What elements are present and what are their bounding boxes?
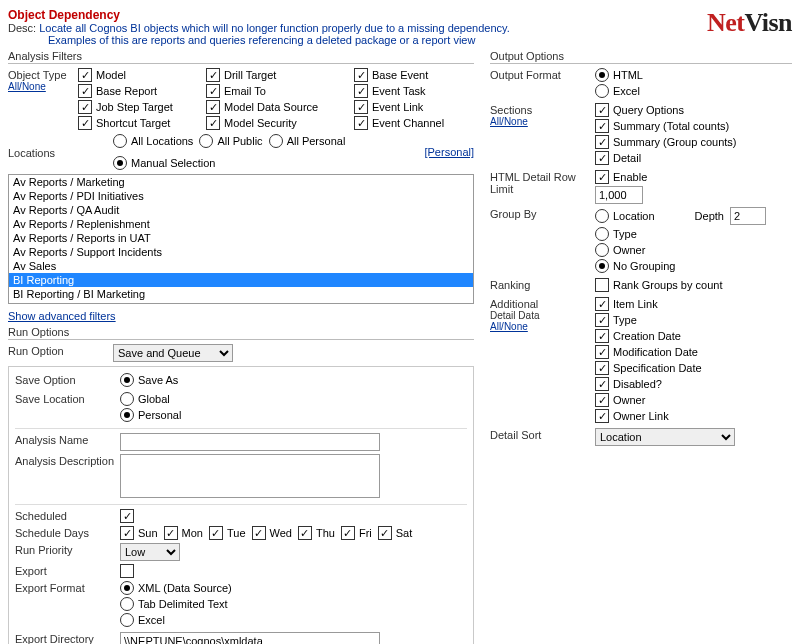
output-excel-text: Excel: [613, 85, 640, 97]
location-list-item[interactable]: Av Reports / PDI Initiatives: [9, 189, 473, 203]
add-detail-checkbox[interactable]: ✓: [595, 361, 609, 375]
object-type-checkbox[interactable]: ✓: [206, 84, 220, 98]
personal-radio[interactable]: [120, 408, 134, 422]
object-type-checkbox[interactable]: ✓: [78, 100, 92, 114]
add-detail-checkbox[interactable]: ✓: [595, 313, 609, 327]
output-excel-radio[interactable]: [595, 84, 609, 98]
object-type-checkbox[interactable]: ✓: [78, 84, 92, 98]
add-detail-checkbox[interactable]: ✓: [595, 297, 609, 311]
location-list-item[interactable]: Av Reports / Reports in UAT: [9, 231, 473, 245]
run-option-select[interactable]: Save and Queue: [113, 344, 233, 362]
group-by-radio[interactable]: [595, 259, 609, 273]
location-list-item[interactable]: BI Reporting: [9, 273, 473, 287]
export-label: Export: [15, 564, 120, 577]
object-type-label: Object Type: [8, 69, 67, 81]
save-option-label: Save Option: [15, 373, 120, 386]
export-checkbox[interactable]: [120, 564, 134, 578]
add-detail-checkbox[interactable]: ✓: [595, 409, 609, 423]
day-checkbox[interactable]: ✓: [120, 526, 134, 540]
location-scope-radio[interactable]: [113, 134, 127, 148]
section-checkbox[interactable]: ✓: [595, 119, 609, 133]
day-checkbox[interactable]: ✓: [164, 526, 178, 540]
add-detail-text: Owner Link: [613, 410, 669, 422]
output-html-radio[interactable]: [595, 68, 609, 82]
location-scope-radio[interactable]: [113, 156, 127, 170]
ranking-text: Rank Groups by count: [613, 279, 722, 291]
row-limit-input[interactable]: [595, 186, 643, 204]
save-as-radio[interactable]: [120, 373, 134, 387]
add-detail-checkbox[interactable]: ✓: [595, 329, 609, 343]
section-checkbox[interactable]: ✓: [595, 103, 609, 117]
scheduled-label: Scheduled: [15, 509, 120, 522]
analysis-name-input[interactable]: [120, 433, 380, 451]
add-detail-checkbox[interactable]: ✓: [595, 345, 609, 359]
group-by-radio[interactable]: [595, 243, 609, 257]
global-radio[interactable]: [120, 392, 134, 406]
analysis-desc-label: Analysis Description: [15, 454, 120, 467]
locations-listbox[interactable]: Av Reports / MarketingAv Reports / PDI I…: [8, 174, 474, 304]
location-list-item[interactable]: BI Reporting / BI Sales: [9, 301, 473, 304]
run-priority-select[interactable]: Low: [120, 543, 180, 561]
run-option-label: Run Option: [8, 344, 113, 357]
location-scope-radio[interactable]: [269, 134, 283, 148]
location-list-item[interactable]: BI Reporting / BI Marketing: [9, 287, 473, 301]
group-by-radio[interactable]: [595, 227, 609, 241]
add-detail-checkbox[interactable]: ✓: [595, 377, 609, 391]
location-list-item[interactable]: Av Reports / Marketing: [9, 175, 473, 189]
scheduled-checkbox[interactable]: ✓: [120, 509, 134, 523]
location-list-item[interactable]: Av Reports / QA Audit: [9, 203, 473, 217]
desc-line-1: Locate all Cognos BI objects which will …: [39, 22, 510, 34]
object-type-checkbox[interactable]: ✓: [354, 116, 368, 130]
day-checkbox[interactable]: ✓: [378, 526, 392, 540]
show-advanced-filters-link[interactable]: Show advanced filters: [8, 310, 116, 322]
desc-line-2: Examples of this are reports and queries…: [8, 34, 510, 46]
day-checkbox[interactable]: ✓: [341, 526, 355, 540]
object-type-text: Shortcut Target: [96, 117, 170, 129]
ranking-checkbox[interactable]: [595, 278, 609, 292]
section-text: Summary (Group counts): [613, 136, 736, 148]
personal-link[interactable]: [Personal]: [424, 146, 474, 158]
location-list-item[interactable]: Av Reports / Replenishment: [9, 217, 473, 231]
group-by-radio[interactable]: [595, 209, 609, 223]
global-text: Global: [138, 393, 170, 405]
export-xml-radio[interactable]: [120, 581, 134, 595]
analysis-desc-textarea[interactable]: [120, 454, 380, 498]
object-type-text: Model Data Source: [224, 101, 318, 113]
add-detail-checkbox[interactable]: ✓: [595, 393, 609, 407]
export-tab-radio[interactable]: [120, 597, 134, 611]
location-scope-radio[interactable]: [199, 134, 213, 148]
object-type-checkbox[interactable]: ✓: [206, 68, 220, 82]
analysis-filters-header: Analysis Filters: [8, 50, 474, 64]
export-excel-radio[interactable]: [120, 613, 134, 627]
depth-input[interactable]: [730, 207, 766, 225]
object-type-checkbox[interactable]: ✓: [78, 116, 92, 130]
object-type-all-none-link[interactable]: All/None: [8, 81, 46, 92]
page-title: Object Dependency: [8, 8, 510, 22]
enable-row-limit-checkbox[interactable]: ✓: [595, 170, 609, 184]
analysis-name-label: Analysis Name: [15, 433, 120, 446]
object-type-text: Drill Target: [224, 69, 276, 81]
sections-all-none-link[interactable]: All/None: [490, 116, 528, 127]
object-type-checkbox[interactable]: ✓: [354, 100, 368, 114]
export-excel-text: Excel: [138, 614, 165, 626]
object-type-checkbox[interactable]: ✓: [206, 116, 220, 130]
day-checkbox[interactable]: ✓: [298, 526, 312, 540]
location-list-item[interactable]: Av Sales: [9, 259, 473, 273]
object-type-checkbox[interactable]: ✓: [78, 68, 92, 82]
enable-text: Enable: [613, 171, 647, 183]
export-dir-input[interactable]: [120, 632, 380, 644]
day-checkbox[interactable]: ✓: [252, 526, 266, 540]
section-checkbox[interactable]: ✓: [595, 135, 609, 149]
object-type-checkbox[interactable]: ✓: [354, 68, 368, 82]
sections-label: Sections: [490, 104, 532, 116]
day-checkbox[interactable]: ✓: [209, 526, 223, 540]
group-by-text: Owner: [613, 244, 645, 256]
detail-sort-select[interactable]: Location: [595, 428, 735, 446]
object-type-checkbox[interactable]: ✓: [206, 100, 220, 114]
object-type-checkbox[interactable]: ✓: [354, 84, 368, 98]
group-by-label: Group By: [490, 207, 595, 220]
add-detail-all-none-link[interactable]: All/None: [490, 321, 528, 332]
location-list-item[interactable]: Av Reports / Support Incidents: [9, 245, 473, 259]
section-checkbox[interactable]: ✓: [595, 151, 609, 165]
object-type-text: Event Channel: [372, 117, 444, 129]
